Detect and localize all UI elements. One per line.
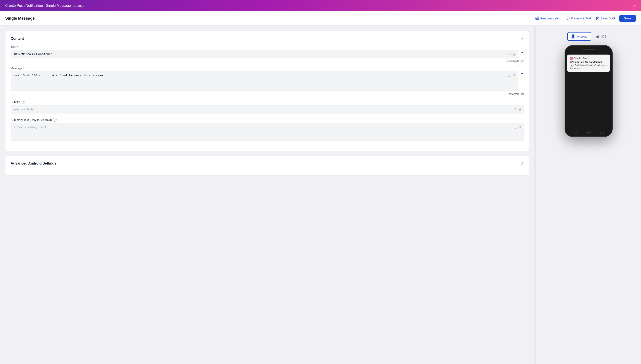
change-link[interactable]: Change [74, 4, 84, 8]
message-curly-braces-button[interactable]: {{}} [508, 73, 511, 76]
subtitle-icons: {{}} @ [513, 108, 521, 111]
phone-home-button [586, 132, 591, 133]
phone-bottom-nav [565, 129, 612, 136]
android-tab-label: Android [577, 35, 587, 38]
message-char-count: Characters: 49 [11, 92, 524, 96]
subtitle-help-icon[interactable]: ? [21, 100, 25, 104]
subtitle-at-button[interactable]: @ [519, 108, 521, 111]
left-panel: Content ∧ Title * {{}} @ [0, 26, 534, 364]
android-icon [571, 34, 575, 39]
message-at-button[interactable]: @ [513, 73, 516, 76]
right-panel: Android iOS Bearded Robot 10% offer on A… [536, 26, 641, 364]
subtitle-curly-braces-button[interactable]: {{}} [513, 108, 517, 111]
header-actions: Personalization Preview & Test Save Draf… [535, 15, 636, 22]
message-ai-icon[interactable]: ✦ [520, 71, 524, 76]
main-layout: Content ∧ Title * {{}} @ [0, 26, 641, 364]
title-at-button[interactable]: @ [513, 52, 516, 56]
message-input-wrap: {{}} @ [11, 71, 518, 92]
summary-text-input[interactable] [11, 123, 524, 140]
sub-header: Single Message Personalization Preview &… [0, 11, 641, 26]
notification-body: Hey! Grab 10% off on Air Conditioners th… [570, 64, 607, 70]
panel-divider [534, 26, 536, 364]
ios-tab-label: iOS [601, 35, 606, 38]
title-label: Title * [11, 46, 524, 49]
phone-screen: Bearded Robot 10% offer on Air Condition… [565, 50, 612, 129]
top-bar-title-text: Create Push Notification - Single Messag… [5, 4, 71, 8]
collapse-advanced-button[interactable]: ∧ [521, 161, 524, 166]
notification-app-icon [570, 57, 573, 60]
advanced-android-card: Advanced Android Settings ∧ [5, 156, 529, 176]
title-required-marker: * [17, 46, 18, 49]
close-button[interactable]: × [633, 4, 636, 8]
phone-back-button [573, 131, 577, 134]
message-field-row: {{}} @ ✦ [11, 71, 524, 92]
summary-text-field-group: Summary Text (Only for Android) ? {{}} @ [11, 118, 524, 142]
summary-text-help-icon[interactable]: ? [53, 118, 57, 122]
personalization-button[interactable]: Personalization [535, 16, 561, 20]
phone-recent-button [600, 131, 604, 134]
title-input[interactable] [11, 50, 518, 58]
collapse-content-button[interactable]: ∧ [521, 36, 524, 41]
title-ai-icon[interactable]: ✦ [520, 50, 524, 55]
message-label: Message * [11, 66, 524, 70]
title-char-count: Characters: 28 [11, 59, 524, 62]
summary-text-input-wrap: {{}} @ [11, 123, 524, 142]
summary-text-icons: {{}} @ [513, 125, 521, 128]
phone-mockup: Bearded Robot 10% offer on Air Condition… [564, 45, 613, 137]
summary-text-field-row: {{}} @ [11, 123, 524, 142]
notification-preview: Bearded Robot 10% offer on Air Condition… [567, 54, 610, 72]
title-input-wrap: {{}} @ [11, 50, 518, 58]
content-section-title: Content [11, 37, 24, 40]
content-card-header: Content ∧ [11, 36, 524, 41]
svg-point-0 [537, 18, 538, 19]
preview-label: Preview & Test [571, 16, 591, 20]
page-title: Single Message [5, 16, 35, 21]
message-field-group: Message * {{}} @ ✦ Characters: 49 [11, 66, 524, 96]
save-draft-button[interactable]: Save Draft [595, 16, 615, 20]
preview-icon [566, 16, 570, 20]
subtitle-input-wrap: {{}} @ [11, 105, 524, 114]
personalization-label: Personalization [540, 16, 561, 20]
title-icons: {{}} @ [508, 52, 516, 56]
svg-rect-1 [566, 17, 569, 19]
done-button[interactable]: Done [619, 15, 636, 22]
content-card: Content ∧ Title * {{}} @ [5, 31, 529, 151]
advanced-android-title: Advanced Android Settings [11, 162, 56, 166]
message-input[interactable] [11, 71, 518, 91]
message-required-marker: * [23, 66, 24, 70]
preview-test-button[interactable]: Preview & Test [566, 16, 591, 20]
notification-title: 10% offer on Air Conditioner [570, 61, 607, 63]
message-icons: {{}} @ [508, 73, 516, 76]
summary-at-button[interactable]: @ [519, 125, 521, 128]
notification-header: Bearded Robot [570, 57, 607, 60]
gear-icon [535, 16, 539, 20]
top-bar: Create Push Notification - Single Messag… [0, 0, 641, 11]
notification-app-name: Bearded Robot [574, 57, 588, 60]
top-bar-title: Create Push Notification - Single Messag… [5, 4, 84, 8]
android-tab[interactable]: Android [567, 32, 591, 41]
subtitle-input[interactable] [11, 105, 524, 114]
save-draft-label: Save Draft [601, 16, 615, 20]
save-icon [595, 16, 599, 20]
subtitle-field-row: {{}} @ [11, 105, 524, 114]
ios-tab[interactable]: iOS [592, 32, 610, 41]
summary-text-label: Summary Text (Only for Android) ? [11, 118, 524, 122]
title-field-row: {{}} @ ✦ [11, 50, 524, 58]
title-curly-braces-button[interactable]: {{}} [508, 52, 511, 56]
summary-curly-braces-button[interactable]: {{}} [513, 125, 517, 128]
subtitle-label: Subtitle ? [11, 100, 524, 104]
title-field-group: Title * {{}} @ ✦ Characters: 28 [11, 46, 524, 62]
subtitle-field-group: Subtitle ? {{}} @ [11, 100, 524, 114]
platform-tabs: Android iOS [567, 32, 610, 41]
apple-icon [595, 34, 600, 39]
advanced-android-card-header: Advanced Android Settings ∧ [11, 161, 524, 166]
